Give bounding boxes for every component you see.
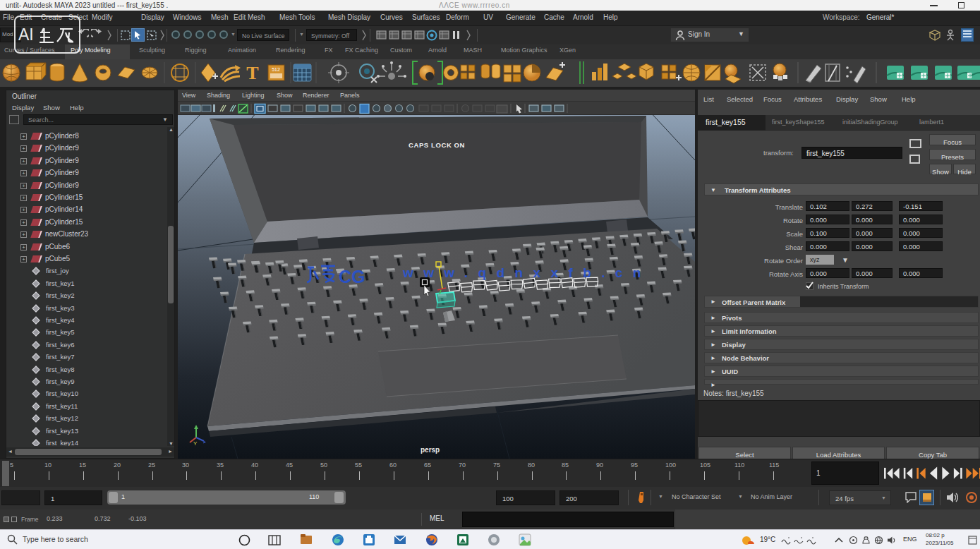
svg-text:Y: Y bbox=[193, 440, 198, 447]
svg-text:www.qdnxxfb.cn: www.qdnxxfb.cn bbox=[402, 265, 651, 280]
svg-text:T: T bbox=[246, 63, 258, 83]
svg-text:CAPS LOCK ON: CAPS LOCK ON bbox=[409, 141, 465, 149]
svg-text:512: 512 bbox=[272, 67, 280, 72]
svg-text:CG: CG bbox=[339, 267, 365, 286]
svg-text:persp: persp bbox=[421, 446, 440, 454]
